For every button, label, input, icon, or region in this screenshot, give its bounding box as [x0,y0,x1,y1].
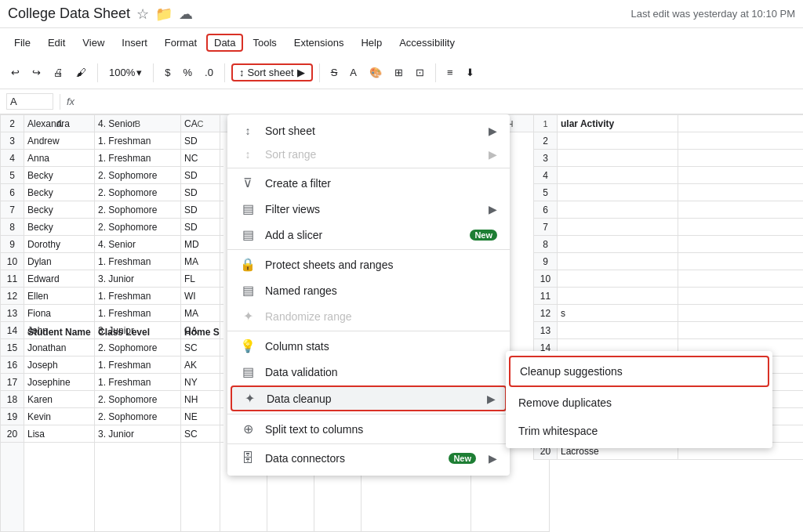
split-text-item[interactable]: ⊕ Split text to columns [227,416,510,442]
table-row: 4Anna1. FreshmanNC [1,150,224,167]
filter-views-item[interactable]: ▤ Filter views ▶ [227,196,510,222]
table-row: 3Andrew1. FreshmanSD [1,132,224,150]
protect-sheets-item[interactable]: 🔒 Protect sheets and ranges [227,252,510,277]
menu-accessibility[interactable]: Accessibility [391,34,463,52]
valign-button[interactable]: ⬇ [461,63,479,81]
sort-arrow: ▶ [297,67,305,78]
data-connectors-label: Data connectors [265,452,439,465]
column-stats-icon: 💡 [240,338,256,353]
menu-data[interactable]: Data [206,34,243,52]
sort-sheet-button[interactable]: ↕ Sort sheet ▶ [231,63,313,81]
paint-format-button[interactable]: 🖌 [71,63,91,81]
fx-label: fx [67,96,74,107]
cleanup-suggestions-item[interactable]: Cleanup suggestions [509,356,769,387]
table-row: 14John3. JuniorCA [1,322,224,339]
data-cleanup-arrow: ▶ [487,393,496,405]
data-cleanup-label: Data cleanup [267,393,478,405]
protect-label: Protect sheets and ranges [265,259,497,271]
remove-duplicates-label: Remove duplicates [518,396,612,409]
app-title: College Data Sheet [8,5,130,22]
trim-whitespace-label: Trim whitespace [518,425,598,437]
print-button[interactable]: 🖨 [49,63,68,81]
trim-whitespace-item[interactable]: Trim whitespace [506,417,772,445]
split-text-label: Split text to columns [265,423,497,436]
sort-range-arrow: ▶ [489,148,497,161]
named-ranges-item[interactable]: ▤ Named ranges [227,277,510,303]
data-cleanup-item[interactable]: ✦ Data cleanup ▶ [231,385,507,411]
data-validation-icon: ▤ [240,364,256,379]
table-row: 13Fiona1. FreshmanMA [1,305,224,322]
table-row: 5 [534,184,804,201]
redo-button[interactable]: ↪ [27,63,45,81]
borders-button[interactable]: ⊞ [390,63,408,81]
create-filter-icon: ⊽ [240,176,256,190]
title-icons: ☆ 📁 ☁ [136,5,193,23]
formula-input[interactable] [78,96,797,107]
cell-reference[interactable]: A [6,93,53,110]
divider2 [153,63,154,82]
align-button[interactable]: ≡ [442,63,458,81]
menu-help[interactable]: Help [353,34,390,52]
currency-button[interactable]: $ [160,63,175,81]
randomize-icon: ✦ [240,309,256,324]
split-text-icon: ⊕ [240,422,256,436]
table-row: 2 [534,132,804,150]
menu-bar: File Edit View Insert Format Data Tools … [0,28,803,56]
data-connectors-badge: New [449,453,476,464]
menu-file[interactable]: File [6,34,38,52]
table-row: 16Joseph1. FreshmanAK [1,356,224,374]
randomize-range-item: ✦ Randomize range [227,303,510,329]
formula-divider [60,94,60,110]
cloud-icon[interactable]: ☁ [179,5,193,23]
table-row: 19Kevin2. SophomoreNE [1,408,224,425]
data-validation-label: Data validation [265,366,497,378]
filter-views-label: Filter views [265,203,479,215]
protect-icon: 🔒 [240,257,256,272]
create-filter-label: Create a filter [265,177,497,190]
table-row: 20Lisa3. JuniorSC [1,425,224,443]
create-filter-item[interactable]: ⊽ Create a filter [227,170,510,196]
star-icon[interactable]: ☆ [136,5,149,23]
table-row: 7Becky2. SophomoreSD [1,201,224,219]
folder-icon[interactable]: 📁 [155,5,173,23]
sheet-area: A B C D E F G H 1 Student Name Class Lev… [0,114,803,532]
table-row-header: 1ular Activity [534,115,804,132]
data-connectors-item[interactable]: 🗄 Data connectors New ▶ [227,446,510,471]
column-stats-item[interactable]: 💡 Column stats [227,333,510,359]
menu-format[interactable]: Format [157,34,205,52]
data-validation-item[interactable]: ▤ Data validation [227,359,510,385]
menu-insert[interactable]: Insert [114,34,155,52]
table-row: 6Becky2. SophomoreSD [1,184,224,201]
remove-duplicates-item[interactable]: Remove duplicates [506,389,772,417]
divider1 [97,63,98,82]
table-row: 6 [534,201,804,219]
table-row: 17Josephine1. FreshmanNY [1,374,224,391]
divider5 [435,63,436,82]
column-stats-label: Column stats [265,340,497,353]
text-color-button[interactable]: A [345,63,362,81]
fill-color-button[interactable]: 🎨 [365,63,387,81]
sort-sheet-icon: ↕ [240,125,256,137]
sort-sheet-label: Sort sheet [265,125,479,137]
zoom-arrow: ▾ [136,67,142,78]
table-row: 11Edward3. JuniorFL [1,270,224,288]
zoom-dropdown[interactable]: 100% ▾ [104,63,147,81]
merge-button[interactable]: ⊡ [411,63,429,81]
decimal-button[interactable]: .0 [200,63,218,81]
add-slicer-item[interactable]: ▤ Add a slicer New [227,222,510,248]
strikethrough-button[interactable]: S [326,63,343,81]
sort-icon: ↕ [239,67,245,78]
sort-sheet-item[interactable]: ↕ Sort sheet ▶ [227,119,510,143]
menu-tools[interactable]: Tools [245,34,284,52]
menu-edit[interactable]: Edit [40,34,73,52]
menu-view[interactable]: View [74,34,112,52]
undo-button[interactable]: ↩ [6,63,24,81]
table-row: 2Alexandra4. SeniorCA [1,115,224,132]
divider3 [224,63,225,82]
data-connectors-icon: 🗄 [240,451,256,465]
randomize-label: Randomize range [265,310,497,323]
percent-button[interactable]: % [178,63,197,81]
menu-extensions[interactable]: Extensions [286,34,352,52]
sort-range-item: ↕ Sort range ▶ [227,143,510,166]
table-row: 9 [534,253,804,270]
